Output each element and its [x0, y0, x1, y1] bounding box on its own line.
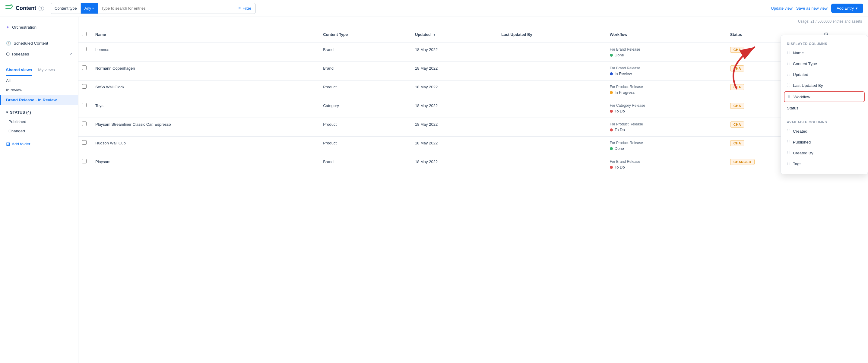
- app-title: Content: [16, 5, 36, 11]
- sidebar-status-published[interactable]: Published: [0, 117, 78, 126]
- workflow-status: Done: [610, 146, 720, 151]
- row-checkbox[interactable]: [82, 140, 87, 145]
- add-entry-chevron-icon: ▾: [856, 6, 858, 10]
- row-content-type-cell: Product: [318, 137, 410, 155]
- status-badge: CHANGED: [730, 159, 754, 165]
- col-item-status[interactable]: Status: [781, 103, 868, 113]
- row-workflow-cell: For Product Release To Do: [605, 118, 725, 137]
- workflow-dot-icon: [610, 110, 613, 113]
- sidebar-status-changed[interactable]: Changed: [0, 126, 78, 136]
- content-area: Usage: 21 / 5000000 entries and assets N…: [79, 17, 868, 363]
- row-name-cell: Lemnos: [91, 43, 318, 62]
- workflow-cell-content: For Category Release To Do: [610, 103, 720, 113]
- workflow-dot-icon: [610, 147, 613, 150]
- workflow-status-label: To Do: [615, 109, 625, 113]
- help-icon[interactable]: ?: [39, 6, 44, 11]
- content-type-button[interactable]: Content type: [51, 3, 81, 13]
- usage-bar: Usage: 21 / 5000000 entries and assets: [79, 17, 868, 26]
- tab-my-views[interactable]: My views: [38, 65, 55, 76]
- sidebar-item-orchestration[interactable]: ✦ Orchestration: [0, 22, 78, 33]
- workflow-cell-content: For Product Release Done: [610, 141, 720, 151]
- sort-arrow-icon: ▼: [433, 33, 436, 36]
- row-workflow-cell: For Category Release To Do: [605, 99, 725, 118]
- row-updated-cell: 18 May 2022: [410, 137, 496, 155]
- filter-button[interactable]: ≡ Filter: [234, 3, 255, 14]
- row-workflow-cell: For Brand Release In Review: [605, 62, 725, 80]
- col-item-created[interactable]: ⠿ Created: [781, 126, 868, 137]
- sidebar-filter-brand-release[interactable]: Brand Release - In Review: [0, 95, 78, 105]
- row-checkbox[interactable]: [82, 159, 87, 163]
- save-view-button[interactable]: Save as new view: [796, 6, 828, 10]
- status-badge: CHA: [730, 47, 744, 53]
- sidebar-filter-all[interactable]: All: [0, 76, 78, 85]
- col-item-workflow-highlighted[interactable]: ⠿ Workflow: [784, 91, 865, 102]
- row-updated-cell: 18 May 2022: [410, 80, 496, 99]
- col-item-published[interactable]: ⠿ Published: [781, 137, 868, 147]
- row-last-updated-by-cell: [496, 118, 605, 137]
- row-updated: 18 May 2022: [415, 141, 438, 145]
- tab-shared-views[interactable]: Shared views: [6, 65, 32, 76]
- workflow-status: In Review: [610, 71, 720, 76]
- clock-icon: 🕐: [6, 41, 11, 45]
- col-last-updated-by-label: Last Updated By: [793, 83, 823, 88]
- sidebar-item-releases[interactable]: ⬡ Releases ↗: [0, 48, 78, 59]
- row-checkbox-cell: [79, 43, 91, 62]
- sidebar-divider-1: [0, 35, 78, 35]
- col-header-updated[interactable]: Updated ▼: [410, 26, 496, 43]
- add-folder-label: Add folder: [12, 142, 30, 146]
- sidebar-filter-in-review[interactable]: In review: [0, 85, 78, 95]
- row-workflow-cell: For Brand Release Done: [605, 43, 725, 62]
- filter-icon: ≡: [239, 6, 241, 10]
- add-entry-button[interactable]: Add Entry ▾: [831, 4, 863, 13]
- workflow-cell-content: For Brand Release To Do: [610, 160, 720, 169]
- workflow-cell-content: For Brand Release Done: [610, 47, 720, 57]
- row-content-type-cell: Product: [318, 80, 410, 99]
- col-published-label: Published: [793, 140, 811, 144]
- col-item-name[interactable]: ⠿ Name: [781, 47, 868, 58]
- row-content-type: Product: [323, 85, 337, 89]
- workflow-release: For Brand Release: [610, 66, 720, 70]
- table-body: Lemnos Brand 18 May 2022 For Brand Relea…: [79, 43, 868, 174]
- header-actions: Update view Save as new view Add Entry ▾: [771, 4, 863, 13]
- sidebar-item-scheduled-content[interactable]: 🕐 Scheduled Content: [0, 38, 78, 48]
- svg-rect-2: [5, 8, 11, 9]
- table-wrapper: Name Content Type Updated ▼ Last Updated…: [79, 26, 868, 363]
- row-checkbox[interactable]: [82, 122, 87, 126]
- workflow-status-label: Done: [615, 146, 624, 151]
- row-checkbox[interactable]: [82, 47, 87, 51]
- col-item-updated[interactable]: ⠿ Updated: [781, 69, 868, 80]
- col-item-created-by[interactable]: ⠿ Created By: [781, 147, 868, 158]
- any-button[interactable]: Any ▾: [81, 3, 98, 13]
- col-status-label: Status: [787, 106, 798, 110]
- col-item-last-updated-by[interactable]: ⠿ Last Updated By: [781, 80, 868, 91]
- displayed-columns-title: DISPLAYED COLUMNS: [781, 40, 868, 47]
- status-header[interactable]: ▾ STATUS (4): [0, 108, 78, 117]
- col-item-content-type[interactable]: ⠿ Content Type: [781, 58, 868, 69]
- svg-rect-1: [5, 7, 10, 7]
- row-name-cell: Toys: [91, 99, 318, 118]
- row-updated: 18 May 2022: [415, 47, 438, 52]
- update-view-button[interactable]: Update view: [771, 6, 793, 10]
- row-name: Hudson Wall Cup: [95, 141, 126, 145]
- add-folder-button[interactable]: ⊞ Add folder: [0, 138, 78, 150]
- row-checkbox[interactable]: [82, 65, 87, 70]
- drag-handle-icon: ⠿: [787, 129, 790, 134]
- select-all-checkbox[interactable]: [82, 32, 87, 36]
- workflow-status: To Do: [610, 109, 720, 113]
- workflow-release: For Product Release: [610, 141, 720, 145]
- search-input[interactable]: [98, 6, 234, 10]
- workflow-status-label: To Do: [615, 128, 625, 132]
- col-content-type-label: Content Type: [793, 62, 817, 66]
- releases-icon: ⬡: [6, 52, 10, 56]
- col-item-tags[interactable]: ⠿ Tags: [781, 158, 868, 169]
- workflow-cell-content: For Brand Release In Review: [610, 66, 720, 76]
- add-entry-label: Add Entry: [837, 6, 854, 10]
- row-name: Playsam Streamliner Classic Car, Espress…: [95, 122, 171, 127]
- columns-dropdown: DISPLAYED COLUMNS ⠿ Name ⠿ Content Type …: [780, 35, 868, 174]
- row-checkbox[interactable]: [82, 84, 87, 89]
- row-content-type-cell: Product: [318, 118, 410, 137]
- row-checkbox[interactable]: [82, 103, 87, 107]
- status-badge: CHA: [730, 65, 744, 71]
- row-name: Toys: [95, 103, 103, 108]
- workflow-release: For Category Release: [610, 103, 720, 108]
